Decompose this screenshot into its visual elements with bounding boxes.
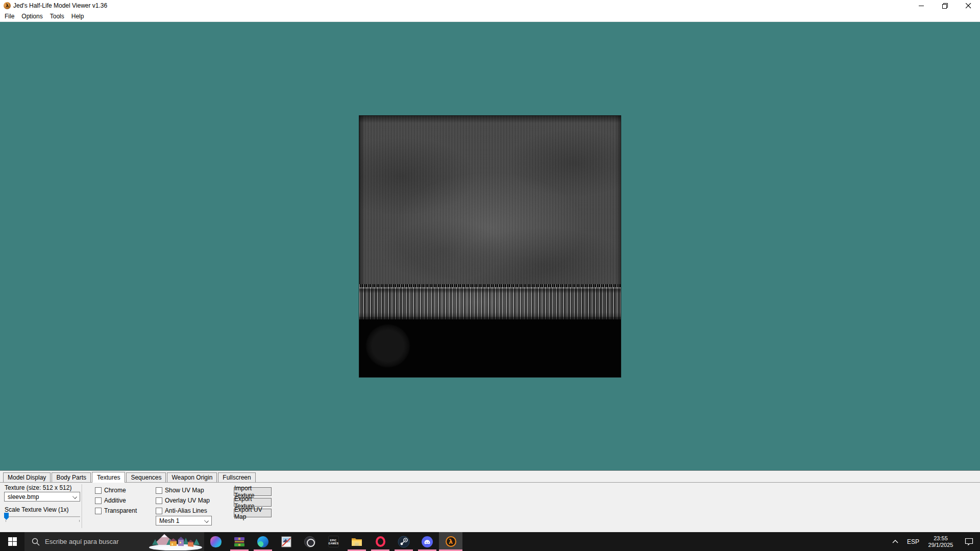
steam-icon [398,536,410,548]
file-explorer-icon [351,536,363,548]
obs-studio-icon [304,536,315,547]
texture-button-shape [362,321,413,371]
texture-fabric-area [359,116,621,284]
taskbar-app-edge[interactable] [251,532,275,551]
texture-viewport [0,22,980,470]
panel-divider [82,484,82,528]
window-title: Jed's Half-Life Model Viewer v1.36 [13,2,107,9]
import-texture-button[interactable]: Import Texture [234,487,272,496]
tab-sequences[interactable]: Sequences [126,472,166,482]
taskbar-app-obs-studio[interactable] [298,532,322,551]
checkbox-label: Transparent [104,507,137,514]
tab-strip: Model Display Body Parts Textures Sequen… [0,472,980,483]
epic-games-icon: EPIC GAMES [328,536,339,547]
texture-size-label: Texture (size: 512 x 512) [5,484,71,491]
chevron-down-icon [72,494,77,499]
checkbox-box[interactable] [156,487,162,494]
checkbox-label: Additive [104,497,126,504]
menu-help[interactable]: Help [68,12,88,21]
tab-fullscreen[interactable]: Fullscreen [218,472,255,482]
taskbar-search[interactable]: Escribe aquí para buscar [24,532,204,551]
checkbox-chrome[interactable]: Chrome [95,487,126,494]
taskbar: Escribe aquí para buscar [0,532,980,551]
window-controls [910,0,980,11]
texture-preview [359,116,621,377]
epic-label: GAMES [329,542,338,545]
winrar-icon [233,536,246,548]
scale-slider-thumb[interactable] [4,513,9,520]
scale-slider-track[interactable] [5,516,80,517]
taskbar-app-paint[interactable] [275,532,298,551]
paint-icon [280,536,292,548]
tab-textures[interactable]: Textures [92,472,125,483]
control-panel: Model Display Body Parts Textures Sequen… [0,470,980,532]
mesh-select[interactable]: Mesh 1 [156,516,212,525]
taskbar-app-discord[interactable] [415,532,439,551]
clock-time: 23:55 [924,535,958,542]
chevron-up-icon [892,540,898,543]
slider-tick-end [79,520,80,522]
checkbox-box[interactable] [95,508,102,514]
windows-logo-icon [8,537,17,546]
search-placeholder: Escribe aquí para buscar [45,538,119,545]
menu-tools[interactable]: Tools [46,12,68,21]
checkbox-additive[interactable]: Additive [95,497,126,504]
tab-model-display[interactable]: Model Display [3,472,51,482]
taskbar-app-winrar[interactable] [228,532,251,551]
app-icon: λ [4,2,11,9]
taskbar-app-epic-games[interactable]: EPIC GAMES [322,532,345,551]
texture-select[interactable]: sleeve.bmp [4,492,80,502]
tab-body-parts[interactable]: Body Parts [52,472,91,482]
title-bar: λ Jed's Half-Life Model Viewer v1.36 [0,0,980,11]
action-center-button[interactable] [958,532,980,551]
clock[interactable]: 23:55 29/1/2025 [924,535,958,548]
checkbox-box[interactable] [156,497,162,504]
tray-hidden-icons-button[interactable] [888,532,902,551]
minimize-icon [919,3,924,9]
checkbox-overlay-uv-map[interactable]: Overlay UV Map [156,497,210,504]
menu-file[interactable]: File [1,12,18,21]
taskbar-app-opera-gx[interactable] [369,532,392,551]
mesh-select-value: Mesh 1 [159,517,179,524]
notification-icon [965,537,973,546]
close-icon [966,3,971,9]
taskbar-app-file-explorer[interactable] [345,532,369,551]
checkbox-anti-alias-lines[interactable]: Anti-Alias Lines [156,507,207,514]
checkbox-box[interactable] [95,497,102,504]
menu-options[interactable]: Options [18,12,46,21]
search-highlight-illustration [147,533,203,550]
half-life-lambda-icon: λ [446,536,456,547]
restore-icon [942,3,948,9]
tab-weapon-origin[interactable]: Weapon Origin [167,472,217,482]
export-uv-map-button[interactable]: Export UV Map [234,509,272,517]
copilot-icon [210,536,222,547]
checkbox-label: Show UV Map [165,487,204,494]
restore-button[interactable] [933,0,957,11]
checkbox-box[interactable] [95,487,102,494]
taskbar-app-steam[interactable] [392,532,415,551]
checkbox-label: Chrome [104,487,126,494]
edge-icon [257,536,268,547]
checkbox-box[interactable] [156,508,162,514]
checkbox-show-uv-map[interactable]: Show UV Map [156,487,204,494]
menu-bar: File Options Tools Help [0,11,980,22]
language-indicator[interactable]: ESP [902,538,924,545]
checkbox-label: Anti-Alias Lines [165,507,207,514]
taskbar-app-copilot[interactable] [204,532,228,551]
system-tray: ESP 23:55 29/1/2025 [888,532,980,551]
taskbar-app-half-life-model-viewer[interactable]: λ [439,532,462,551]
chevron-down-icon [204,518,209,523]
start-button[interactable] [0,532,24,551]
checkbox-transparent[interactable]: Transparent [95,507,137,514]
close-button[interactable] [957,0,980,11]
texture-select-value: sleeve.bmp [8,493,39,500]
texture-cuff-ribbing [359,287,621,319]
discord-icon [421,536,433,548]
minimize-button[interactable] [910,0,933,11]
texture-black-area [359,319,621,377]
opera-gx-icon [376,536,385,547]
export-texture-button[interactable]: Export Texture [234,498,272,507]
slider-tick-start [6,520,6,522]
lambda-icon: λ [6,4,9,8]
clock-date: 29/1/2025 [924,542,958,548]
